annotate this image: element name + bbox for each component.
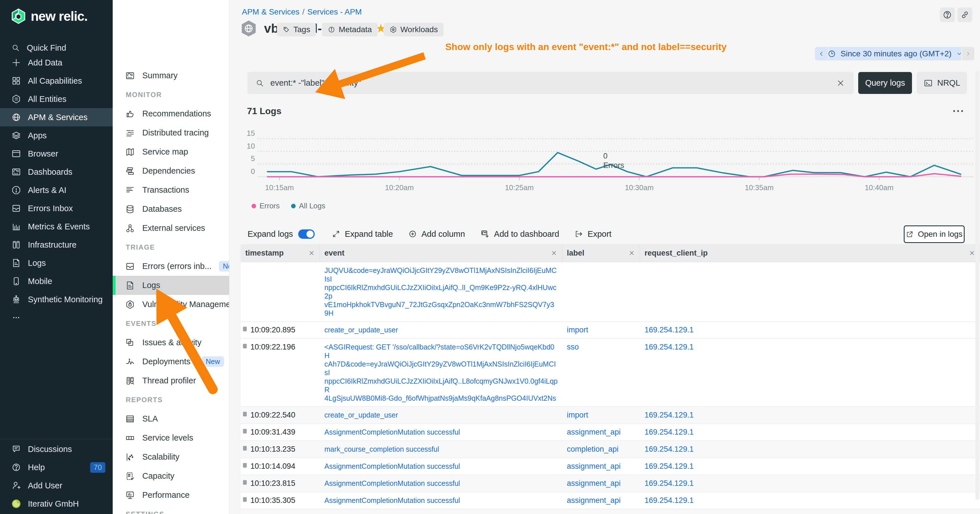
sidebar-item-apps[interactable]: Apps <box>0 126 113 145</box>
cell-request-client-ip[interactable]: 169.254.129.1 <box>640 492 980 509</box>
subnav-item-sla[interactable]: SLA <box>113 409 229 428</box>
sidebar-item-discussions[interactable]: Discussions <box>0 440 113 458</box>
subnav-item-summary[interactable]: Summary <box>113 66 229 85</box>
sidebar-item-iterativ-gmbh[interactable]: Iterativ GmbH <box>0 495 113 513</box>
logs-search-input[interactable]: event:* -"label":"security" <box>248 72 854 94</box>
subnav-item-transactions[interactable]: Transactions <box>113 180 229 199</box>
sidebar-item-all-capabilities[interactable]: All Capabilities <box>0 72 113 90</box>
sidebar-item-logs[interactable]: Logs <box>0 254 113 272</box>
add-to-dashboard-button[interactable]: Add to dashboard <box>480 229 559 239</box>
remove-column-icon[interactable] <box>628 250 635 256</box>
cell-request-client-ip[interactable]: 169.254.129.1 <box>640 458 980 475</box>
cell-label[interactable]: sso <box>562 339 640 406</box>
subnav-item-capacity[interactable]: Capacity <box>113 466 229 485</box>
cell-label[interactable]: assignment_api <box>562 458 640 475</box>
cell-label[interactable]: assignment_api <box>562 475 640 492</box>
clear-search-icon[interactable] <box>836 78 845 88</box>
remove-column-icon[interactable] <box>308 250 315 256</box>
subnav-item-service-map[interactable]: Service map <box>113 142 229 161</box>
nrql-button[interactable]: NRQL <box>917 72 967 94</box>
cell-request-client-ip[interactable]: 169.254.129.1 <box>640 441 980 458</box>
time-range-button[interactable]: Since 30 minutes ago (GMT+2) <box>829 47 961 60</box>
breadcrumb-apm-services[interactable]: APM & Services <box>242 7 299 16</box>
subnav-item-service-levels[interactable]: Service levels <box>113 428 229 447</box>
cell-request-client-ip[interactable]: 169.254.129.1 <box>640 407 980 423</box>
legend-all-logs[interactable]: All Logs <box>291 202 326 210</box>
cell-request-client-ip[interactable]: 169.254.129.1 <box>640 339 980 406</box>
log-row[interactable]: 10:10:23.815AssignmentCompletionMutation… <box>241 475 980 492</box>
cell-event[interactable]: AssignmentCompletionMutation successful <box>320 458 562 475</box>
permalink-button[interactable] <box>958 7 972 22</box>
subnav-item-errors-errors-inb[interactable]: Errors (errors inb...New <box>113 257 229 276</box>
cell-event[interactable]: AssignmentCompletionMutation successful <box>320 475 562 492</box>
sidebar-item-help[interactable]: Help70 <box>0 458 113 476</box>
cell-request-client-ip[interactable]: 169.254.129.1 <box>640 509 980 514</box>
log-row[interactable]: 10:10:35.305AssignmentCompletionMutation… <box>241 492 980 509</box>
cell-event[interactable]: mark_course_completion successful <box>320 441 562 458</box>
panel-overflow-menu[interactable]: ... <box>953 102 965 115</box>
column-header-request-client-ip[interactable]: request_client_ip <box>640 244 980 262</box>
subnav-item-vulnerability-management[interactable]: Vulnerability Management <box>113 295 229 314</box>
sidebar-item-add-data[interactable]: Add Data <box>0 54 113 72</box>
sidebar-item-synthetic-monitoring[interactable]: Synthetic Monitoring <box>0 290 113 309</box>
subnav-item-dependencies[interactable]: Dependencies <box>113 161 229 180</box>
subnav-item-issues-activity[interactable]: Issues & activity <box>113 333 229 352</box>
subnav-item-performance[interactable]: Performance <box>113 485 229 504</box>
sidebar-item-metrics-events[interactable]: Metrics & Events <box>0 218 113 236</box>
subnav-item-recommendations[interactable]: Recommendations <box>113 104 229 123</box>
sidebar-item-apm-services[interactable]: APM & Services <box>0 108 113 126</box>
remove-column-icon[interactable] <box>969 250 975 256</box>
log-row[interactable]: 10:09:31.439AssignmentCompletionMutation… <box>241 424 980 441</box>
cell-event[interactable]: <ASGIRequest: GET '/sso/callback/?state=… <box>320 339 562 406</box>
subnav-item-scalability[interactable]: Scalability <box>113 447 229 466</box>
subnav-item-logs[interactable]: Logs <box>113 276 229 295</box>
expand-logs-toggle[interactable] <box>298 229 315 239</box>
subnav-item-databases[interactable]: Databases <box>113 199 229 219</box>
tags-button[interactable]: Tags <box>277 23 316 37</box>
add-column-button[interactable]: Add column <box>408 229 465 239</box>
log-row[interactable]: 10:09:22.540create_or_update_userimport1… <box>241 407 980 424</box>
cell-event[interactable]: AssignmentCompletionMutation successful <box>320 509 562 514</box>
cell-event[interactable]: AssignmentCompletionMutation successful <box>320 492 562 509</box>
column-header-event[interactable]: event <box>320 244 562 262</box>
open-in-logs-button[interactable]: Open in logs <box>904 225 965 243</box>
column-header-label[interactable]: label <box>562 244 640 262</box>
subnav-item-distributed-tracing[interactable]: Distributed tracing <box>113 123 229 142</box>
cell-label[interactable]: import <box>562 407 640 423</box>
cell-label[interactable]: assignment_api <box>562 509 640 514</box>
help-button[interactable] <box>940 7 955 22</box>
sidebar-item-more[interactable] <box>0 309 113 327</box>
log-row[interactable]: 10:09:22.196<ASGIRequest: GET '/sso/call… <box>241 339 980 407</box>
subnav-item-thread-profiler[interactable]: Thread profiler <box>113 371 229 390</box>
subnav-item-deployments[interactable]: DeploymentsNew <box>113 352 229 371</box>
new-relic-logo[interactable]: new relic. <box>11 8 88 24</box>
cell-event[interactable]: create_or_update_user <box>320 321 562 338</box>
cell-request-client-ip[interactable]: 169.254.129.1 <box>640 321 980 338</box>
cell-event[interactable]: create_or_update_user <box>320 407 562 423</box>
cell-request-client-ip[interactable]: 169.254.129.1 <box>640 475 980 492</box>
time-back-button[interactable] <box>815 47 828 60</box>
sidebar-item-infrastructure[interactable]: Infrastructure <box>0 236 113 254</box>
query-logs-button[interactable]: Query logs <box>858 72 912 94</box>
log-row[interactable]: 10:10:14.094AssignmentCompletionMutation… <box>241 458 980 475</box>
remove-column-icon[interactable] <box>550 250 557 256</box>
sidebar-item-errors-inbox[interactable]: Errors Inbox <box>0 199 113 218</box>
cell-request-client-ip[interactable] <box>640 262 980 321</box>
cell-label[interactable]: import <box>562 321 640 338</box>
cell-request-client-ip[interactable]: 169.254.129.1 <box>640 424 980 441</box>
workloads-button[interactable]: Workloads <box>384 23 444 37</box>
export-button[interactable]: Export <box>574 229 611 239</box>
log-row[interactable]: 10:09:20.895create_or_update_userimport1… <box>241 321 980 339</box>
cell-label[interactable]: completion_api <box>562 441 640 458</box>
cell-event[interactable]: AssignmentCompletionMutation successful <box>320 424 562 441</box>
breadcrumb-services-apm[interactable]: Services - APM <box>307 7 362 16</box>
scrollbar[interactable] <box>975 71 980 500</box>
cell-event[interactable]: JUQVU&code=eyJraWQiOiJjcGItY29yZV8wOTl1M… <box>320 262 562 321</box>
sidebar-item-alerts-ai[interactable]: Alerts & AI <box>0 181 113 199</box>
cell-label[interactable] <box>562 262 640 321</box>
legend-errors[interactable]: Errors <box>251 202 280 210</box>
column-header-timestamp[interactable]: timestamp <box>241 244 320 262</box>
sidebar-item-dashboards[interactable]: Dashboards <box>0 163 113 181</box>
sidebar-item-browser[interactable]: Browser <box>0 145 113 163</box>
sidebar-item-add-user[interactable]: Add User <box>0 476 113 495</box>
